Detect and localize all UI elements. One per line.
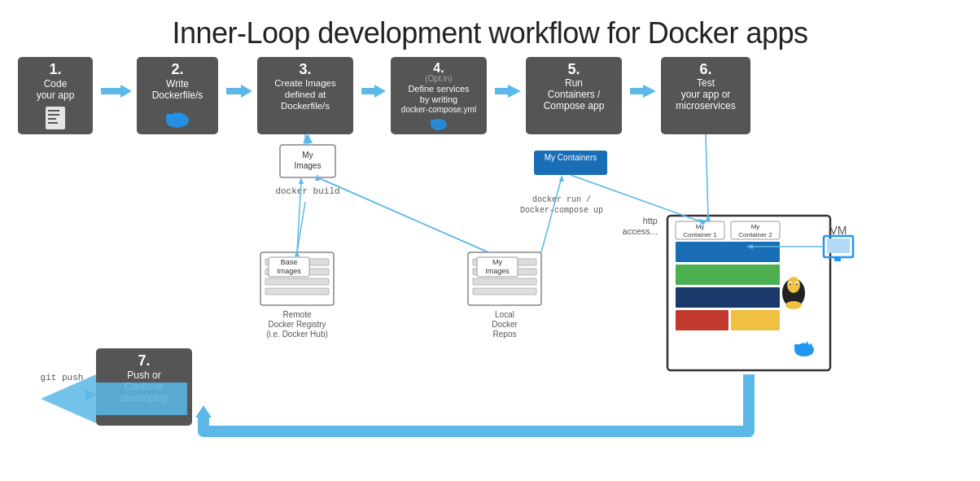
svg-rect-86 [676,242,780,262]
svg-text:docker run /: docker run / [532,195,591,204]
svg-rect-5 [48,114,59,116]
svg-text:git push: git push [41,373,84,383]
svg-marker-122 [195,405,212,418]
svg-rect-4 [48,110,59,112]
svg-text:your app: your app [37,90,75,101]
svg-rect-99 [794,344,800,348]
svg-text:Run: Run [565,77,583,89]
svg-rect-13 [166,114,173,118]
svg-text:7.: 7. [138,352,150,369]
flow-container: Inner-Loop development workflow for Dock… [0,0,980,481]
svg-line-109 [706,134,708,216]
svg-rect-16 [182,113,185,116]
svg-text:Write: Write [166,78,189,90]
svg-rect-63 [473,288,536,295]
svg-text:microservices: microservices [676,100,735,112]
svg-text:docker build: docker build [275,186,339,196]
svg-text:Images: Images [485,267,510,275]
diagram-svg: 1. Code your app 2. Write Dockerfile/s 3… [0,0,980,481]
svg-point-96 [796,283,798,285]
svg-text:VM: VM [830,224,847,237]
svg-rect-87 [676,265,780,285]
arrow4-5 [495,85,521,98]
svg-text:6.: 6. [699,61,711,77]
svg-text:your app or: your app or [681,89,731,100]
svg-rect-49 [265,278,329,285]
svg-text:Remote: Remote [282,310,311,319]
svg-rect-102 [810,343,812,346]
arrow1-2 [101,85,132,98]
svg-text:Images: Images [295,161,322,170]
svg-rect-90 [731,310,780,330]
svg-text:http: http [643,216,658,225]
svg-text:Docker-compose up: Docker-compose up [520,206,603,215]
svg-text:by writing: by writing [420,94,457,104]
svg-text:docker-compose.yml: docker-compose.yml [401,105,476,114]
svg-text:Container 1: Container 1 [683,231,717,238]
svg-text:Images: Images [277,267,301,275]
svg-text:5.: 5. [567,61,580,77]
svg-rect-50 [265,288,329,295]
svg-line-75 [541,177,562,252]
svg-text:Local: Local [495,310,514,319]
svg-rect-101 [806,342,808,345]
arrow2-3 [226,85,252,98]
svg-text:Compose app: Compose app [544,100,605,112]
svg-text:2.: 2. [171,61,183,77]
svg-rect-106 [834,257,841,261]
svg-text:(i.e. Docker Hub): (i.e. Docker Hub) [266,330,328,339]
svg-marker-76 [559,175,564,181]
svg-text:My: My [302,151,313,160]
svg-line-72 [317,177,488,252]
svg-text:Containers /: Containers / [548,89,601,100]
svg-text:Test: Test [697,77,715,89]
svg-point-92 [787,277,800,293]
svg-point-95 [790,283,791,285]
svg-rect-105 [827,238,850,253]
svg-text:1.: 1. [49,61,61,77]
svg-text:My Containers: My Containers [545,153,597,162]
svg-rect-6 [48,118,56,120]
svg-rect-100 [802,343,804,346]
svg-rect-14 [174,112,177,116]
svg-marker-58 [299,177,304,184]
svg-text:Create Images: Create Images [274,78,336,88]
svg-text:Repos: Repos [493,330,517,339]
svg-rect-62 [473,278,536,285]
svg-text:Docker Registry: Docker Registry [268,320,326,329]
svg-text:Dockerfile/s: Dockerfile/s [152,90,203,101]
svg-text:Docker: Docker [492,320,518,329]
svg-rect-88 [676,287,780,308]
svg-text:Base: Base [281,258,298,266]
svg-text:Dockerfile/s: Dockerfile/s [281,101,330,111]
arrow3-4 [361,85,386,98]
svg-rect-89 [676,310,728,330]
svg-text:Define services: Define services [408,84,470,94]
svg-text:access...: access... [623,226,658,236]
svg-text:My: My [492,258,502,266]
svg-text:Code: Code [44,78,68,90]
svg-text:Container 2: Container 2 [738,231,772,238]
svg-text:3.: 3. [299,61,311,77]
svg-text:Push or: Push or [127,369,160,381]
svg-rect-15 [178,112,181,116]
svg-text:(Opt.in): (Opt.in) [425,74,452,83]
svg-point-97 [785,301,802,309]
svg-text:4.: 4. [433,61,444,75]
svg-rect-29 [431,120,436,123]
svg-text:My: My [751,223,760,230]
svg-text:defined at: defined at [285,90,326,99]
svg-rect-7 [48,122,58,124]
arrow5-6 [630,85,656,98]
